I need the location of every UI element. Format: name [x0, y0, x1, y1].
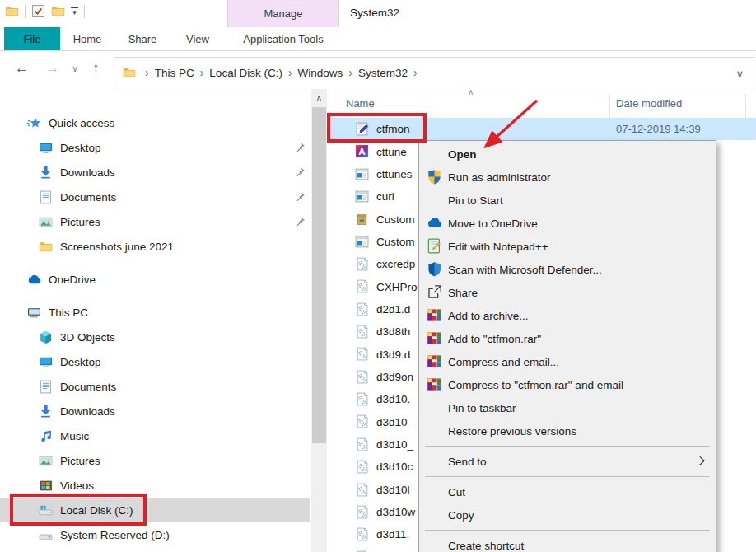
- menu-item-share[interactable]: Share: [419, 281, 716, 304]
- breadcrumb-segment[interactable]: This PC: [155, 67, 194, 79]
- dll-icon: [355, 460, 369, 474]
- window-title: System32: [350, 7, 399, 19]
- file-explorer-window: ▾ Manage System32 File Home Share View A…: [0, 0, 756, 552]
- tab-file[interactable]: File: [4, 27, 60, 50]
- notepad-plus-plus-icon: [427, 238, 443, 255]
- sidebar-item-label: Screenshots june 2021: [60, 241, 174, 253]
- menu-item-create-shortcut[interactable]: Create shortcut: [419, 534, 716, 552]
- menu-item-move-to-onedrive[interactable]: Move to OneDrive: [419, 212, 716, 235]
- sidebar-item-this-pc[interactable]: This PC: [0, 300, 310, 325]
- file-name: cttunes: [376, 168, 419, 180]
- sidebar-item-quick-access[interactable]: Quick access: [0, 110, 310, 135]
- menu-item-send-to[interactable]: Send to: [419, 450, 716, 473]
- svg-text:A: A: [358, 146, 366, 157]
- column-header-date-modified[interactable]: Date modified: [616, 97, 682, 110]
- menu-item-add-to-archive[interactable]: Add to archive...: [419, 304, 716, 327]
- menu-item-label: Compress to "ctfmon.rar" and email: [448, 379, 623, 391]
- address-dropdown-chevron-icon[interactable]: ∨: [735, 68, 744, 80]
- menu-item-pin-to-start[interactable]: Pin to Start: [419, 189, 716, 212]
- menu-item-run-as-administrator[interactable]: Run as administrator: [419, 166, 716, 189]
- dll-icon: [355, 347, 369, 361]
- properties-check-icon[interactable]: [31, 4, 45, 18]
- address-folder-icon: [123, 66, 136, 79]
- forward-arrow-icon[interactable]: →: [45, 60, 59, 77]
- sidebar-item-desktop[interactable]: Desktop: [0, 349, 310, 374]
- new-folder-icon[interactable]: [51, 4, 65, 18]
- file-name: CXHPro: [376, 281, 419, 293]
- menu-item-restore-previous-versions[interactable]: Restore previous versions: [419, 419, 716, 442]
- breadcrumb-chevron-icon[interactable]: ›: [348, 66, 352, 79]
- title-bar: ▾ Manage System32: [0, 0, 756, 27]
- explorer-folder-icon[interactable]: [5, 4, 19, 18]
- menu-item-cut[interactable]: Cut: [419, 480, 716, 503]
- breadcrumb-segment[interactable]: Local Disk (C:): [209, 67, 282, 79]
- breadcrumb-chevron-icon[interactable]: ›: [200, 66, 204, 79]
- local-disk-icon: [39, 503, 53, 517]
- file-name: d3d10w: [376, 506, 419, 518]
- sidebar-item-pictures[interactable]: Pictures: [0, 448, 310, 473]
- app-window-icon: [355, 235, 369, 249]
- breadcrumb-segment[interactable]: System32: [358, 67, 408, 79]
- breadcrumb-chevron-icon[interactable]: ›: [288, 66, 292, 79]
- breadcrumb: ›This PC›Local Disk (C:)›Windows›System3…: [139, 66, 423, 79]
- sidebar-item-documents[interactable]: Documents: [0, 374, 310, 399]
- recent-locations-chevron-icon[interactable]: ∨: [72, 63, 78, 74]
- sidebar-item-label: Desktop: [60, 356, 101, 368]
- menu-item-copy[interactable]: Copy: [419, 503, 716, 526]
- sidebar-item-downloads[interactable]: Downloads: [0, 160, 310, 185]
- sidebar-item-local-disk-c[interactable]: Local Disk (C:): [0, 498, 310, 522]
- up-arrow-icon[interactable]: ↑: [92, 60, 100, 77]
- sidebar-item-3d-objects[interactable]: 3D Objects: [0, 325, 310, 349]
- sidebar-item-downloads[interactable]: Downloads: [0, 399, 310, 423]
- menu-item-compress-to-ctfmon-rar-and-email[interactable]: Compress to "ctfmon.rar" and email: [419, 373, 716, 396]
- cleartype-icon: A: [355, 144, 369, 158]
- sidebar-item-pictures[interactable]: Pictures: [0, 209, 310, 234]
- menu-item-add-to-ctfmon-rar[interactable]: Add to "ctfmon.rar": [419, 327, 716, 350]
- nav-pane-scrollbar[interactable]: ∧: [311, 89, 327, 552]
- customize-quick-access-dropdown-icon[interactable]: ▾: [71, 7, 78, 16]
- breadcrumb-chevron-icon[interactable]: ›: [145, 66, 149, 79]
- file-name: Custom: [376, 236, 419, 248]
- menu-item-label: Move to OneDrive: [448, 218, 538, 230]
- sidebar-item-onedrive[interactable]: OneDrive: [0, 267, 310, 292]
- menu-item-open[interactable]: Open: [419, 143, 716, 166]
- scrollbar-thumb[interactable]: [312, 107, 326, 443]
- scrollbar-up-arrow-icon[interactable]: ∧: [311, 91, 327, 105]
- address-row: ← → ∨ ↑ ›This PC›Local Disk (C:)›Windows…: [0, 51, 756, 89]
- tab-home[interactable]: Home: [60, 27, 114, 50]
- ribbon-contextual-group-manage[interactable]: Manage: [227, 0, 339, 27]
- menu-item-label: Edit with Notepad++: [448, 241, 548, 253]
- this-pc-icon: [27, 306, 41, 320]
- sidebar-item-documents[interactable]: Documents: [0, 185, 310, 209]
- sidebar-item-label: Local Disk (C:): [60, 504, 133, 517]
- menu-item-compress-and-email[interactable]: Compress and email...: [419, 350, 716, 373]
- objects-3d-icon: [39, 330, 53, 344]
- menu-item-scan-with-microsoft-defender[interactable]: Scan with Microsoft Defender...: [419, 258, 716, 281]
- tab-application-tools[interactable]: Application Tools: [228, 27, 338, 50]
- breadcrumb-segment[interactable]: Windows: [298, 67, 343, 79]
- sidebar-item-videos[interactable]: Videos: [0, 473, 310, 498]
- menu-item-label: Share: [448, 287, 478, 299]
- tab-share[interactable]: Share: [114, 27, 170, 50]
- file-row-ctfmon[interactable]: ctfmon07-12-2019 14:39: [328, 118, 756, 140]
- address-bar[interactable]: ›This PC›Local Disk (C:)›Windows›System3…: [114, 57, 754, 87]
- back-arrow-icon[interactable]: ←: [15, 60, 29, 77]
- sidebar-item-label: Pictures: [60, 455, 100, 467]
- music-icon: [39, 429, 53, 443]
- menu-item-edit-with-notepad[interactable]: Edit with Notepad++: [419, 235, 716, 258]
- sidebar-item-screenshots-june-2021[interactable]: Screenshots june 2021: [0, 234, 310, 259]
- sidebar-item-desktop[interactable]: Desktop: [0, 135, 310, 160]
- sidebar-item-music[interactable]: Music: [0, 423, 310, 448]
- breadcrumb-chevron-icon[interactable]: ›: [413, 66, 418, 79]
- column-header-name[interactable]: Name: [346, 97, 375, 110]
- menu-item-pin-to-taskbar[interactable]: Pin to taskbar: [419, 396, 716, 419]
- tab-view[interactable]: View: [170, 27, 225, 50]
- file-name: curl: [376, 190, 419, 203]
- file-name: d3d9.d: [376, 349, 419, 361]
- downloads-icon: [39, 405, 53, 419]
- file-name: cxcredp: [376, 258, 419, 270]
- file-name: d3d10c: [376, 461, 419, 473]
- sidebar-item-system-reserved-d[interactable]: System Reserved (D:): [0, 522, 310, 547]
- file-name: d3d10.: [376, 393, 419, 405]
- menu-item-label: Create shortcut: [448, 540, 524, 552]
